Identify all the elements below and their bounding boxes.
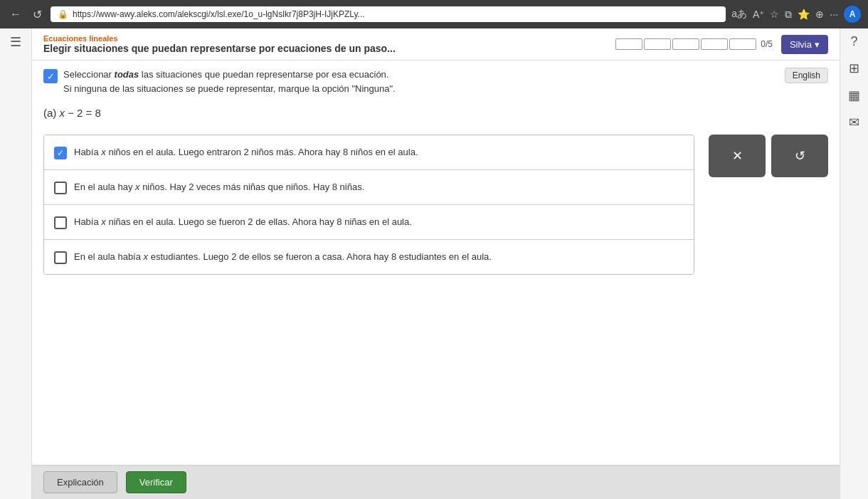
help-button[interactable]: ? xyxy=(850,34,857,49)
font-size-btn[interactable]: A⁺ xyxy=(753,9,764,20)
checkbox-4[interactable] xyxy=(54,251,67,264)
choice-item-1[interactable]: Había x niños en el aula. Luego entraron… xyxy=(44,135,694,170)
checkbox-3[interactable] xyxy=(54,216,67,229)
read-aloud-btn[interactable]: aあ xyxy=(731,8,747,21)
profile-icon[interactable]: A xyxy=(844,6,861,23)
split-view-btn[interactable]: ⧉ xyxy=(785,9,792,21)
user-menu-button[interactable]: Silvia ▾ xyxy=(781,35,828,54)
problem-label: (a) x − 2 = 8 xyxy=(43,107,101,119)
progress-seg-3 xyxy=(672,38,699,50)
explain-button[interactable]: Explicación xyxy=(43,471,117,493)
hamburger-button[interactable]: ☰ xyxy=(10,34,21,50)
copy-btn[interactable]: ⊕ xyxy=(815,9,824,20)
problem-area: (a) x − 2 = 8 Había x niños en el aula. … xyxy=(32,100,840,465)
checkbox-2[interactable] xyxy=(54,182,67,194)
choice-text-1: Había x niños en el aula. Luego entraron… xyxy=(74,145,418,159)
topic-label: Ecuaciones lineales xyxy=(43,34,396,43)
address-bar[interactable]: 🔒 https://www-awy.aleks.com/alekscgi/x/l… xyxy=(51,6,726,22)
clear-button[interactable]: ✕ xyxy=(709,135,766,177)
browser-chrome: ← ↺ 🔒 https://www-awy.aleks.com/alekscgi… xyxy=(0,0,868,28)
choice-text-3: Había x niñas en el aula. Luego se fuero… xyxy=(74,215,412,229)
choices-list: Había x niños en el aula. Luego entraron… xyxy=(43,135,694,275)
table-button[interactable]: ▦ xyxy=(848,88,860,103)
english-button[interactable]: English xyxy=(785,68,828,83)
bottom-bar: Explicación Verificar xyxy=(32,465,840,499)
lock-icon: 🔒 xyxy=(58,9,68,19)
url-text: https://www-awy.aleks.com/alekscgi/x/lsl… xyxy=(73,9,719,19)
header-right: 0/5 Silvia ▾ xyxy=(615,35,828,54)
progress-bar: 0/5 xyxy=(615,38,773,50)
choice-item-2[interactable]: En el aula hay x niños. Hay 2 veces más … xyxy=(44,170,694,205)
progress-seg-4 xyxy=(701,38,728,50)
grid-button[interactable]: ⊞ xyxy=(849,61,859,76)
action-btn-row: ✕ ↺ xyxy=(709,135,828,177)
user-chevron-icon: ▾ xyxy=(815,39,820,50)
verify-button[interactable]: Verificar xyxy=(126,471,186,493)
instruction-text: Seleccionar todas las situaciones que pu… xyxy=(63,68,396,95)
progress-count: 0/5 xyxy=(761,39,773,49)
main-content: Ecuaciones lineales Elegir situaciones q… xyxy=(32,28,840,499)
browser-actions: aあ A⁺ ☆ ⧉ ⭐ ⊕ ··· A xyxy=(731,6,861,23)
problem-content: Había x niños en el aula. Luego entraron… xyxy=(43,135,828,275)
choice-item-4[interactable]: En el aula había x estudiantes. Luego 2 … xyxy=(44,240,694,274)
progress-seg-2 xyxy=(644,38,671,50)
header-bar: Ecuaciones lineales Elegir situaciones q… xyxy=(32,28,840,61)
bookmark-btn[interactable]: ☆ xyxy=(770,9,779,20)
reload-button[interactable]: ↺ xyxy=(30,6,45,23)
topic-title: Elegir situaciones que puedan representa… xyxy=(43,43,396,54)
header-left: Ecuaciones lineales Elegir situaciones q… xyxy=(43,34,396,54)
mail-button[interactable]: ✉ xyxy=(849,115,859,130)
progress-seg-5 xyxy=(729,38,756,50)
check-icon: ✓ xyxy=(43,69,58,83)
undo-button[interactable]: ↺ xyxy=(771,135,828,177)
action-buttons: ✕ ↺ xyxy=(709,135,828,275)
choice-item-3[interactable]: Había x niñas en el aula. Luego se fuero… xyxy=(44,205,694,240)
favorites-btn[interactable]: ⭐ xyxy=(798,9,810,20)
choice-text-4: En el aula había x estudiantes. Luego 2 … xyxy=(74,250,492,264)
choice-text-2: En el aula hay x niños. Hay 2 veces más … xyxy=(74,180,364,194)
progress-seg-1 xyxy=(615,38,642,50)
user-name: Silvia xyxy=(790,39,812,50)
instruction-area: ✓ Seleccionar todas las situaciones que … xyxy=(32,61,840,100)
right-sidebar: ? ⊞ ▦ ✉ xyxy=(840,28,868,499)
checkbox-1[interactable] xyxy=(54,147,67,159)
back-button[interactable]: ← xyxy=(7,6,24,22)
more-btn[interactable]: ··· xyxy=(830,9,838,20)
left-panel: ☰ xyxy=(0,28,32,499)
